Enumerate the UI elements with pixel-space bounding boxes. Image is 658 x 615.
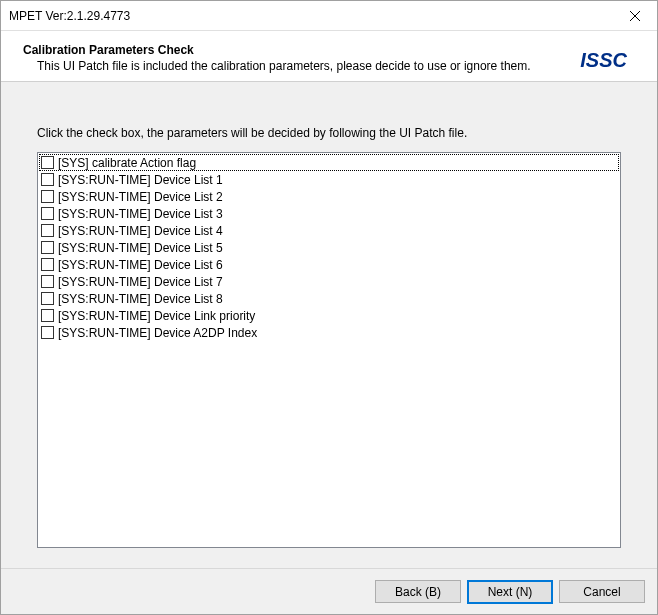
checkbox[interactable] — [41, 173, 54, 186]
list-item[interactable]: [SYS:RUN-TIME] Device List 7 — [39, 273, 619, 290]
checkbox[interactable] — [41, 224, 54, 237]
list-item[interactable]: [SYS:RUN-TIME] Device List 8 — [39, 290, 619, 307]
checkbox[interactable] — [41, 190, 54, 203]
checkbox[interactable] — [41, 292, 54, 305]
header-area: Calibration Parameters Check This UI Pat… — [1, 31, 657, 81]
list-item[interactable]: [SYS:RUN-TIME] Device Link priority — [39, 307, 619, 324]
list-item[interactable]: [SYS:RUN-TIME] Device List 4 — [39, 222, 619, 239]
checkbox[interactable] — [41, 326, 54, 339]
list-item-label: [SYS:RUN-TIME] Device List 8 — [58, 292, 223, 306]
list-item[interactable]: [SYS:RUN-TIME] Device List 1 — [39, 171, 619, 188]
parameters-listbox[interactable]: [SYS] calibrate Action flag[SYS:RUN-TIME… — [37, 152, 621, 548]
list-item-label: [SYS:RUN-TIME] Device Link priority — [58, 309, 255, 323]
list-item[interactable]: [SYS:RUN-TIME] Device List 5 — [39, 239, 619, 256]
list-item[interactable]: [SYS:RUN-TIME] Device List 6 — [39, 256, 619, 273]
page-title: Calibration Parameters Check — [23, 43, 580, 57]
back-button[interactable]: Back (B) — [375, 580, 461, 603]
window-title: MPET Ver:2.1.29.4773 — [9, 9, 130, 23]
next-button[interactable]: Next (N) — [467, 580, 553, 604]
close-button[interactable] — [612, 1, 657, 30]
cancel-button[interactable]: Cancel — [559, 580, 645, 603]
close-icon — [630, 11, 640, 21]
checkbox[interactable] — [41, 207, 54, 220]
list-item[interactable]: [SYS:RUN-TIME] Device List 3 — [39, 205, 619, 222]
checkbox[interactable] — [41, 258, 54, 271]
list-item-label: [SYS:RUN-TIME] Device List 5 — [58, 241, 223, 255]
list-item[interactable]: [SYS] calibrate Action flag — [39, 154, 619, 171]
list-item-label: [SYS:RUN-TIME] Device List 1 — [58, 173, 223, 187]
checkbox[interactable] — [41, 275, 54, 288]
checkbox[interactable] — [41, 309, 54, 322]
list-item-label: [SYS:RUN-TIME] Device List 6 — [58, 258, 223, 272]
page-subtitle: This UI Patch file is included the calib… — [23, 59, 580, 73]
dialog-window: MPET Ver:2.1.29.4773 Calibration Paramet… — [0, 0, 658, 615]
list-item-label: [SYS:RUN-TIME] Device List 3 — [58, 207, 223, 221]
logo: ISSC — [580, 43, 635, 72]
list-item[interactable]: [SYS:RUN-TIME] Device A2DP Index — [39, 324, 619, 341]
list-item[interactable]: [SYS:RUN-TIME] Device List 2 — [39, 188, 619, 205]
list-item-label: [SYS] calibrate Action flag — [58, 156, 196, 170]
list-item-label: [SYS:RUN-TIME] Device List 2 — [58, 190, 223, 204]
footer-buttons: Back (B) Next (N) Cancel — [1, 568, 657, 614]
list-item-label: [SYS:RUN-TIME] Device List 7 — [58, 275, 223, 289]
list-item-label: [SYS:RUN-TIME] Device List 4 — [58, 224, 223, 238]
list-item-label: [SYS:RUN-TIME] Device A2DP Index — [58, 326, 257, 340]
titlebar: MPET Ver:2.1.29.4773 — [1, 1, 657, 31]
checkbox[interactable] — [41, 156, 54, 169]
instruction-text: Click the check box, the parameters will… — [37, 126, 621, 140]
checkbox[interactable] — [41, 241, 54, 254]
header-text: Calibration Parameters Check This UI Pat… — [23, 43, 580, 73]
content-area: Click the check box, the parameters will… — [1, 82, 657, 568]
